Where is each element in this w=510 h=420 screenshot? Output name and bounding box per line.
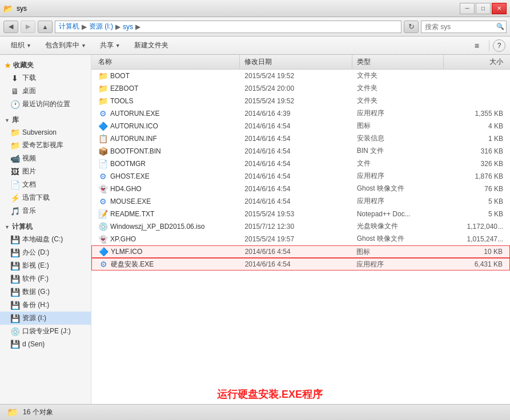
filelist: 📁 BOOT 2015/5/24 19:52 文件夹 📁 EZBOOT 2015… xyxy=(91,70,510,375)
file-row[interactable]: 🔷 YLMF.ICO 2014/6/16 4:54 图标 10 KB xyxy=(91,245,510,258)
file-date: 2014/6/16 4:54 xyxy=(240,248,352,256)
video-icon: 📹 xyxy=(10,154,19,163)
search-icon: 🔍 xyxy=(496,23,504,30)
new-folder-button[interactable]: 新建文件夹 xyxy=(128,39,175,52)
file-date: 2014/6/16 4:54 xyxy=(240,172,352,180)
file-row[interactable]: 👻 HD4.GHO 2014/6/16 4:54 Ghost 映像文件 76 K… xyxy=(91,183,510,195)
sidebar-item-resource-i[interactable]: 💾 资源 (I:) xyxy=(0,312,91,325)
sidebar-item-subversion-label: Subversion xyxy=(22,128,57,136)
sidebar-section-favorites-title[interactable]: 收藏夹 xyxy=(0,58,91,71)
sidebar-item-recent[interactable]: 🕐 最近访问的位置 xyxy=(0,98,91,111)
file-date: 2014/6/16 4:54 xyxy=(240,135,352,143)
maximize-button[interactable]: □ xyxy=(476,3,491,14)
file-row[interactable]: ⚙ MOUSE.EXE 2014/6/16 4:54 应用程序 5 KB xyxy=(91,195,510,208)
d-sen-icon: 💾 xyxy=(10,340,19,349)
file-name: AUTORUN.ICO xyxy=(110,122,158,130)
include-library-button[interactable]: 包含到库中 ▼ xyxy=(39,39,93,52)
file-date: 2015/5/24 20:00 xyxy=(240,84,352,92)
column-header-name[interactable]: 名称 xyxy=(94,55,240,69)
file-type: 安装信息 xyxy=(352,134,444,143)
file-size: 1,355 KB xyxy=(444,110,508,118)
file-row[interactable]: 📋 AUTORUN.INF 2014/6/16 4:54 安装信息 1 KB xyxy=(91,132,510,145)
sidebar-section-library-title[interactable]: ▼ 库 xyxy=(0,113,91,126)
soft-f-icon: 💾 xyxy=(10,274,19,284)
sidebar-item-aiqiyi[interactable]: 📁 爱奇艺影视库 xyxy=(0,139,91,152)
file-row[interactable]: ⚙ GHOST.EXE 2014/6/16 4:54 应用程序 1,876 KB xyxy=(91,170,510,183)
file-row[interactable]: 📝 README.TXT 2015/5/24 19:53 Notepad++ D… xyxy=(91,208,510,220)
file-icon: 📁 xyxy=(98,71,107,80)
column-header-date[interactable]: 修改日期 xyxy=(240,55,352,69)
file-name: BOOTFONT.BIN xyxy=(110,147,161,155)
file-type: 图标 xyxy=(352,121,444,131)
sidebar-item-office-d[interactable]: 💾 办公 (D:) xyxy=(0,246,91,259)
sidebar-item-backup-h[interactable]: 💾 备份 (H:) xyxy=(0,298,91,312)
sidebar-item-local-c[interactable]: 💾 本地磁盘 (C:) xyxy=(0,233,91,246)
refresh-button[interactable]: ↻ xyxy=(404,21,419,33)
close-button[interactable]: ✕ xyxy=(492,3,507,14)
breadcrumb-sys[interactable]: sys xyxy=(123,23,133,31)
file-size: 5 KB xyxy=(444,210,508,218)
breadcrumb-computer[interactable]: 计算机 xyxy=(59,22,79,31)
sidebar-item-shadow-e[interactable]: 💾 影视 (E:) xyxy=(0,259,91,272)
view-button[interactable]: ≡ xyxy=(468,39,485,52)
sidebar-item-music[interactable]: 🎵 音乐 xyxy=(0,204,91,217)
forward-button[interactable]: ▶ xyxy=(21,21,35,33)
computer-arrow-icon: ▼ xyxy=(5,224,10,230)
column-header-type[interactable]: 类型 xyxy=(352,55,444,69)
shadow-e-icon: 💾 xyxy=(10,261,19,270)
file-name: XP.GHO xyxy=(110,235,136,243)
downloads-icon: ⬇ xyxy=(10,74,19,83)
file-name: BOOTMGR xyxy=(110,160,146,168)
file-icon: ⚙ xyxy=(98,197,107,206)
statusbar-folder-icon: 📁 xyxy=(7,407,18,418)
sidebar-item-shadow-e-label: 影视 (E:) xyxy=(22,261,49,270)
file-row[interactable]: 👻 XP.GHO 2015/5/24 19:57 Ghost 映像文件 1,01… xyxy=(91,233,510,245)
include-dropdown-icon: ▼ xyxy=(81,43,86,49)
file-icon: 📋 xyxy=(98,134,107,143)
file-row[interactable]: 📁 BOOT 2015/5/24 19:52 文件夹 xyxy=(91,70,510,82)
help-button[interactable]: ? xyxy=(493,39,505,52)
sidebar-item-subversion[interactable]: 📁 Subversion xyxy=(0,126,91,139)
share-button[interactable]: 共享 ▼ xyxy=(94,39,127,52)
file-name: BOOT xyxy=(110,72,130,80)
sidebar-item-thunder[interactable]: ⚡ 迅雷下载 xyxy=(0,191,91,204)
file-type: 文件 xyxy=(352,159,444,168)
file-date: 2015/5/24 19:53 xyxy=(240,210,352,218)
local-c-icon: 💾 xyxy=(10,235,19,244)
file-icon: 👻 xyxy=(98,184,107,193)
pictures-icon: 🖼 xyxy=(10,167,19,176)
addressbar: ◀ ▶ ▲ 计算机 ▶ 资源 (I:) ▶ sys ▶ ↻ 🔍 xyxy=(0,17,510,37)
address-path-field[interactable]: 计算机 ▶ 资源 (I:) ▶ sys ▶ xyxy=(55,21,401,33)
sidebar-item-d-sen[interactable]: 💾 d (Sen) xyxy=(0,338,91,350)
file-type: 应用程序 xyxy=(352,196,444,206)
sidebar-item-documents[interactable]: 📄 文档 xyxy=(0,178,91,191)
file-row[interactable]: 📦 BOOTFONT.BIN 2014/6/16 4:54 BIN 文件 316… xyxy=(91,145,510,158)
file-type: Notepad++ Doc... xyxy=(352,210,444,218)
file-row[interactable]: 📁 TOOLS 2015/5/24 19:52 文件夹 xyxy=(91,95,510,107)
file-name: README.TXT xyxy=(110,210,154,218)
file-icon: 📄 xyxy=(98,159,107,168)
breadcrumb-resource-i[interactable]: 资源 (I:) xyxy=(89,22,113,31)
back-button[interactable]: ◀ xyxy=(3,21,18,33)
share-label: 共享 xyxy=(100,41,114,50)
minimize-button[interactable]: ─ xyxy=(460,3,475,14)
sidebar-item-soft-f[interactable]: 💾 软件 (F:) xyxy=(0,272,91,285)
file-row[interactable]: ⚙ 硬盘安装.EXE 2014/6/16 4:54 应用程序 6,431 KB xyxy=(91,258,510,270)
file-row[interactable]: 💿 Windowszj_XP_BD2015.06.iso 2015/7/12 1… xyxy=(91,220,510,233)
organize-button[interactable]: 组织 ▼ xyxy=(5,39,38,52)
sidebar-item-data-g[interactable]: 💾 数据 (G:) xyxy=(0,285,91,298)
resource-i-icon: 💾 xyxy=(10,314,19,323)
sidebar-item-desktop[interactable]: 🖥 桌面 xyxy=(0,84,91,98)
search-input[interactable] xyxy=(421,21,507,33)
sidebar-item-pocket-j[interactable]: 💿 口袋专业PE (J:) xyxy=(0,325,91,338)
file-row[interactable]: ⚙ AUTORUN.EXE 2014/6/16 4:39 应用程序 1,355 … xyxy=(91,107,510,120)
column-header-size[interactable]: 大小 xyxy=(444,55,508,69)
sidebar-item-video[interactable]: 📹 视频 xyxy=(0,152,91,165)
file-row[interactable]: 📄 BOOTMGR 2014/6/16 4:54 文件 326 KB xyxy=(91,158,510,170)
file-row[interactable]: 📁 EZBOOT 2015/5/24 20:00 文件夹 xyxy=(91,82,510,95)
up-button[interactable]: ▲ xyxy=(38,21,53,33)
sidebar-section-computer-title[interactable]: ▼ 计算机 xyxy=(0,220,91,233)
file-row[interactable]: 🔷 AUTORUN.ICO 2014/6/16 4:54 图标 4 KB xyxy=(91,120,510,132)
sidebar-item-downloads[interactable]: ⬇ 下载 xyxy=(0,71,91,84)
sidebar-item-pictures[interactable]: 🖼 图片 xyxy=(0,165,91,178)
